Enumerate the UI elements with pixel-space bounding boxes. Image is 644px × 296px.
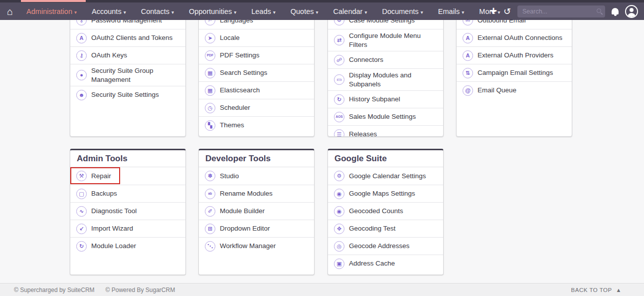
quick-create-plus-icon[interactable]: + (490, 5, 497, 17)
admin-item-external-oauth-providers[interactable]: AExternal OAuth Providers (457, 46, 572, 64)
themes-icon: ▚ (205, 120, 215, 131)
admin-item-label: Geocoding Test (349, 224, 396, 233)
workflow-icon: ⋱ (205, 241, 215, 252)
backups-icon: ▢ (76, 189, 87, 199)
nav-item-documents[interactable]: Documents▾ (374, 7, 430, 15)
admin-item-history-subpanel[interactable]: ↻History Subpanel (328, 90, 443, 108)
admin-item-label: OAuth Keys (91, 51, 127, 60)
admin-item-releases[interactable]: ☰Releases (328, 125, 443, 137)
sugarcrm-copyright: © Powered By SugarCRM (106, 287, 175, 294)
back-to-top-link[interactable]: BACK TO TOP ▲ (571, 287, 622, 293)
nav-item-label: Quotes (291, 7, 314, 15)
admin-item-label: Security Suite Group Management (91, 66, 181, 84)
admin-item-workflow-manager[interactable]: ⋱Workflow Manager (199, 237, 314, 255)
admin-item-configure-module-menu-filters[interactable]: ⇄Configure Module Menu Filters (328, 29, 443, 51)
nav-item-quotes[interactable]: Quotes▾ (283, 7, 326, 15)
security-settings-icon: ☻ (76, 90, 87, 100)
admin-item-google-calendar-settings[interactable]: ⚙Google Calendar Settings (328, 167, 443, 185)
admin-item-rename-modules[interactable]: abRename Modules (199, 185, 314, 202)
nav-item-emails[interactable]: Emails▾ (431, 7, 472, 15)
nav-item-label: Administration (26, 7, 72, 15)
nav-item-leads[interactable]: Leads▾ (244, 7, 283, 15)
admin-item-google-maps-settings[interactable]: ◉Google Maps Settings (328, 185, 443, 202)
chevron-down-icon: ▾ (74, 9, 77, 15)
recently-viewed-history-icon[interactable]: ↺ (503, 7, 511, 16)
admin-item-connectors[interactable]: ☍Connectors (328, 51, 443, 68)
card-email-column: ✉Outbound EmailAExternal OAuth Connectio… (456, 11, 572, 137)
scheduler-icon: ◷ (205, 103, 215, 113)
nav-item-label: Documents (382, 7, 418, 15)
admin-item-geocode-addresses[interactable]: ◎Geocode Addresses (328, 237, 443, 255)
module-loader-icon: ↻ (76, 241, 87, 252)
admin-item-sales-module-settings[interactable]: AOSSales Module Settings (328, 108, 443, 125)
nav-item-accounts[interactable]: Accounts▾ (84, 7, 134, 15)
admin-item-label: Studio (220, 172, 239, 181)
admin-item-elasticsearch[interactable]: ▦Elasticsearch (199, 81, 314, 99)
admin-item-locale[interactable]: ➤Locale (199, 29, 314, 46)
admin-item-geocoded-counts[interactable]: ◉Geocoded Counts (328, 202, 443, 220)
up-arrow-icon: ▲ (616, 287, 622, 293)
admin-item-module-builder[interactable]: ✐Module Builder (199, 202, 314, 220)
home-icon[interactable]: ⌂ (7, 6, 13, 16)
nav-item-label: Leads (251, 7, 271, 15)
admin-item-label: Geocode Addresses (349, 242, 410, 251)
search-icon[interactable] (597, 8, 601, 13)
chevron-down-icon: ▾ (421, 9, 423, 15)
admin-item-oauth2-clients-and-tokens[interactable]: AOAuth2 Clients and Tokens (70, 29, 185, 46)
admin-item-module-loader[interactable]: ↻Module Loader (70, 237, 185, 255)
back-to-top-label: BACK TO TOP (571, 287, 612, 293)
admin-item-label: Module Loader (91, 242, 136, 251)
admin-item-label: Elasticsearch (220, 86, 260, 95)
sales-module-icon: AOS (334, 112, 344, 122)
admin-item-display-modules-and-subpanels[interactable]: ▭Display Modules and Subpanels (328, 68, 443, 90)
card-developer-tools: Developer Tools✽StudioabRename Modules✐M… (198, 149, 315, 275)
nav-item-opportunities[interactable]: Opportunities▾ (181, 7, 244, 15)
admin-item-backups[interactable]: ▢Backups (70, 185, 185, 202)
oauth-connections-icon: A (463, 33, 473, 43)
email-queue-icon: @ (463, 85, 473, 96)
nav-item-contacts[interactable]: Contacts▾ (134, 7, 181, 15)
card-system-column: ⚐Languages➤LocalePDFPDF Settings▦Search … (198, 11, 315, 137)
admin-item-label: Import Wizard (91, 224, 133, 233)
chevron-down-icon: ▾ (171, 9, 174, 15)
chevron-down-icon: ▾ (462, 9, 464, 15)
card-admin-tools: Admin Tools⚒Repair▢Backups∿Diagnostic To… (70, 149, 186, 275)
admin-item-email-queue[interactable]: @Email Queue (457, 81, 572, 99)
nav-item-calendar[interactable]: Calendar▾ (326, 7, 375, 15)
admin-item-repair[interactable]: ⚒Repair (70, 167, 185, 185)
card-google-suite: Google Suite⚙Google Calendar Settings◉Go… (327, 149, 444, 275)
admin-item-studio[interactable]: ✽Studio (199, 167, 314, 185)
admin-item-label: Locale (220, 33, 240, 42)
admin-item-geocoding-test[interactable]: ✥Geocoding Test (328, 220, 443, 237)
admin-item-oauth-keys[interactable]: ⚷OAuth Keys (70, 46, 185, 64)
admin-item-scheduler[interactable]: ◷Scheduler (199, 99, 314, 116)
admin-item-label: Repair (91, 172, 111, 181)
admin-item-label: External OAuth Connections (478, 33, 562, 42)
studio-icon: ✽ (205, 171, 215, 181)
notifications-bell-icon[interactable] (612, 8, 619, 14)
search-input[interactable] (517, 5, 605, 17)
chevron-down-icon: ▾ (234, 9, 236, 15)
admin-item-label: Google Maps Settings (349, 189, 415, 198)
admin-item-diagnostic-tool[interactable]: ∿Diagnostic Tool (70, 202, 185, 220)
admin-item-security-suite-settings[interactable]: ☻Security Suite Settings (70, 86, 185, 103)
admin-item-pdf-settings[interactable]: PDFPDF Settings (199, 46, 314, 64)
admin-item-label: Rename Modules (220, 189, 273, 198)
chevron-down-icon: ▾ (316, 9, 319, 15)
admin-item-dropdown-editor[interactable]: ⊞Dropdown Editor (199, 220, 314, 237)
admin-item-campaign-email-settings[interactable]: ⇅Campaign Email Settings (457, 64, 572, 81)
admin-item-themes[interactable]: ▚Themes (199, 116, 314, 134)
elasticsearch-icon: ▦ (205, 85, 215, 96)
geocoded-counts-icon: ◉ (334, 206, 344, 217)
admin-item-label: Display Modules and Subpanels (349, 71, 439, 88)
admin-item-external-oauth-connections[interactable]: AExternal OAuth Connections (457, 29, 572, 46)
nav-item-label: Opportunities (189, 7, 232, 15)
admin-item-security-suite-group-management[interactable]: ●Security Suite Group Management (70, 64, 185, 86)
admin-item-address-cache[interactable]: ▣Address Cache (328, 255, 443, 272)
user-avatar[interactable] (625, 5, 638, 18)
admin-item-search-settings[interactable]: ▦Search Settings (199, 64, 314, 81)
admin-item-import-wizard[interactable]: ↙Import Wizard (70, 220, 185, 237)
security-group-icon: ● (76, 70, 87, 80)
admin-item-label: Email Queue (478, 86, 516, 95)
nav-item-administration[interactable]: Administration▾ (19, 7, 84, 15)
